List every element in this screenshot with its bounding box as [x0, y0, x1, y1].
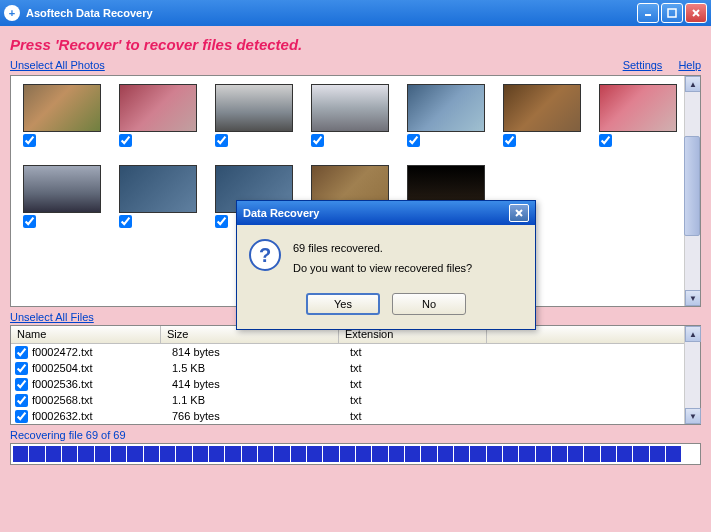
progress-segment [617, 446, 632, 462]
dialog-close-button[interactable] [509, 204, 529, 222]
app-icon: + [4, 5, 20, 21]
progress-segment [111, 446, 126, 462]
photo-checkbox[interactable] [599, 134, 612, 147]
scroll-up-icon[interactable]: ▲ [685, 76, 701, 92]
dialog-titlebar: Data Recovery [237, 201, 535, 225]
photo-checkbox[interactable] [407, 134, 420, 147]
progress-segment [438, 446, 453, 462]
file-checkbox[interactable] [15, 346, 28, 359]
progress-segment [323, 446, 338, 462]
photo-thumbnail[interactable] [599, 84, 677, 132]
column-header-name[interactable]: Name [11, 326, 161, 343]
progress-segment [340, 446, 355, 462]
scroll-down-icon[interactable]: ▼ [685, 290, 701, 306]
file-checkbox[interactable] [15, 362, 28, 375]
file-checkbox[interactable] [15, 378, 28, 391]
unselect-all-files-link[interactable]: Unselect All Files [10, 311, 94, 323]
scroll-up-icon[interactable]: ▲ [685, 326, 701, 342]
file-size: 766 bytes [172, 410, 350, 422]
unselect-all-photos-link[interactable]: Unselect All Photos [10, 59, 105, 71]
instruction-text: Press 'Recover' to recover files detecte… [10, 32, 701, 57]
progress-segment [584, 446, 599, 462]
photo-checkbox[interactable] [119, 134, 132, 147]
photo-checkbox[interactable] [23, 215, 36, 228]
progress-segment [389, 446, 404, 462]
photo-item[interactable] [503, 84, 581, 147]
progress-segment [291, 446, 306, 462]
window-title: Asoftech Data Recovery [26, 7, 637, 19]
file-size: 1.1 KB [172, 394, 350, 406]
photo-checkbox[interactable] [23, 134, 36, 147]
photo-scrollbar[interactable]: ▲ ▼ [684, 76, 700, 306]
file-name: f0002504.txt [32, 362, 172, 374]
progress-segment [144, 446, 159, 462]
photo-thumbnail[interactable] [119, 165, 197, 213]
photo-checkbox[interactable] [215, 134, 228, 147]
photo-item[interactable] [119, 165, 197, 228]
progress-segment [601, 446, 616, 462]
photo-thumbnail[interactable] [311, 84, 389, 132]
photo-checkbox[interactable] [503, 134, 516, 147]
photo-item[interactable] [23, 165, 101, 228]
progress-segment [650, 446, 665, 462]
progress-segment [633, 446, 648, 462]
file-size: 1.5 KB [172, 362, 350, 374]
dialog-title: Data Recovery [243, 207, 509, 219]
table-row[interactable]: f0002536.txt414 bytestxt [11, 376, 700, 392]
status-text: Recovering file 69 of 69 [10, 425, 701, 443]
file-name: f0002632.txt [32, 410, 172, 422]
progress-bar [10, 443, 701, 465]
file-scrollbar[interactable]: ▲ ▼ [684, 326, 700, 424]
photo-item[interactable] [407, 84, 485, 147]
minimize-button[interactable] [637, 3, 659, 23]
dialog-message: 69 files recovered. Do you want to view … [293, 239, 472, 279]
file-ext: txt [350, 346, 498, 358]
no-button[interactable]: No [392, 293, 466, 315]
table-row[interactable]: f0002504.txt1.5 KBtxt [11, 360, 700, 376]
file-checkbox[interactable] [15, 394, 28, 407]
file-size: 814 bytes [172, 346, 350, 358]
photo-item[interactable] [311, 84, 389, 147]
dialog-line2: Do you want to view recovered files? [293, 259, 472, 279]
photo-item[interactable] [599, 84, 677, 147]
photo-thumbnail[interactable] [407, 84, 485, 132]
file-checkbox[interactable] [15, 410, 28, 423]
photo-thumbnail[interactable] [23, 165, 101, 213]
photo-checkbox[interactable] [119, 215, 132, 228]
table-row[interactable]: f0002632.txt766 bytestxt [11, 408, 700, 424]
progress-segment [487, 446, 502, 462]
progress-segment [193, 446, 208, 462]
progress-segment [160, 446, 175, 462]
photo-checkbox[interactable] [215, 215, 228, 228]
photo-item[interactable] [215, 84, 293, 147]
photo-item[interactable] [23, 84, 101, 147]
settings-link[interactable]: Settings [623, 59, 663, 71]
photo-thumbnail[interactable] [215, 84, 293, 132]
photo-thumbnail[interactable] [503, 84, 581, 132]
progress-segment [127, 446, 142, 462]
maximize-button[interactable] [661, 3, 683, 23]
titlebar: + Asoftech Data Recovery [0, 0, 711, 26]
help-link[interactable]: Help [678, 59, 701, 71]
photo-thumbnail[interactable] [119, 84, 197, 132]
photo-thumbnail[interactable] [23, 84, 101, 132]
scroll-down-icon[interactable]: ▼ [685, 408, 701, 424]
table-row[interactable]: f0002568.txt1.1 KBtxt [11, 392, 700, 408]
progress-segment [666, 446, 681, 462]
progress-segment [242, 446, 257, 462]
file-name: f0002536.txt [32, 378, 172, 390]
progress-segment [274, 446, 289, 462]
progress-segment [454, 446, 469, 462]
progress-segment [95, 446, 110, 462]
close-button[interactable] [685, 3, 707, 23]
file-ext: txt [350, 394, 498, 406]
progress-segment [372, 446, 387, 462]
progress-segment [536, 446, 551, 462]
photo-item[interactable] [119, 84, 197, 147]
table-row[interactable]: f0002472.txt814 bytestxt [11, 344, 700, 360]
yes-button[interactable]: Yes [306, 293, 380, 315]
progress-segment [356, 446, 371, 462]
photo-checkbox[interactable] [311, 134, 324, 147]
scroll-thumb[interactable] [684, 136, 700, 236]
progress-segment [552, 446, 567, 462]
